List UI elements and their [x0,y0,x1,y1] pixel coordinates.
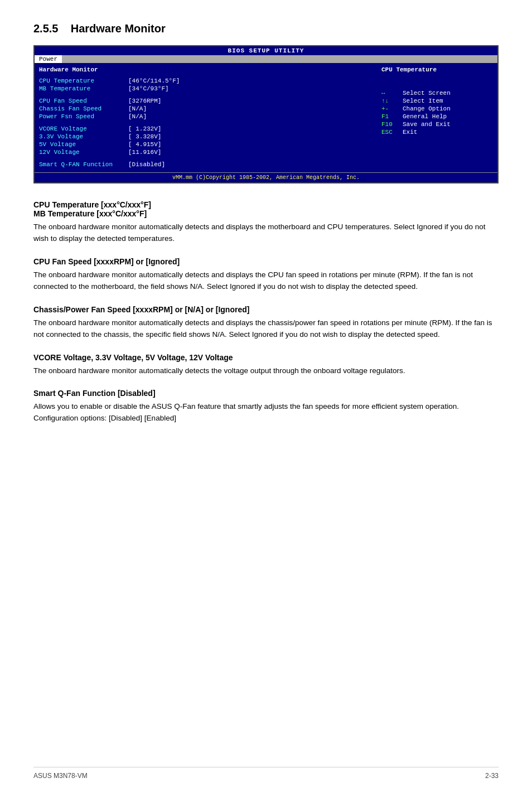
doc-cpu-fan-text: The onboard hardware monitor automatical… [33,269,499,293]
bios-5v-label: 5V Voltage [39,141,128,148]
bios-desc-save-exit: Save and Exit [403,121,451,128]
doc-chassis-fan-heading: Chassis/Power Fan Speed [xxxxRPM] or [N/… [33,305,499,314]
bios-help-esc: ESC Exit [381,129,493,136]
bios-smartfan-label: Smart Q-FAN Function [39,161,128,168]
bios-tab-power[interactable]: Power [35,55,62,63]
bios-chassis-fan-label: Chassis Fan Speed [39,105,128,112]
page-footer: ASUS M3N78-VM 2-33 [33,767,499,780]
doc-smart-fan-text: Allows you to enable or disable the ASUS… [33,401,499,424]
bios-33v-label: 3.3V Voltage [39,133,128,140]
bios-cpu-temp-value: [46°C/114.5°F] [128,78,180,84]
bios-key-updown: ↑↓ [381,98,398,104]
bios-power-fan-item: Power Fsn Speed [N/A] [39,113,376,120]
bios-right-title: CPU Temperature [381,66,493,73]
bios-help-updown: ↑↓ Select Item [381,98,493,104]
bios-key-f1: F1 [381,113,398,120]
bios-vcore-value: [ 1.232V] [128,125,161,132]
bios-right-panel: CPU Temperature ↔ Select Screen ↑↓ Selec… [381,66,493,169]
bios-body: Hardware Monitor CPU Temperature [46°C/1… [35,63,497,172]
bios-section-label: Hardware Monitor [39,66,376,73]
bios-screen: BIOS SETUP UTILITY Power Hardware Monito… [33,45,499,183]
bios-help-plusminus: +- Change Option [381,105,493,112]
bios-desc-exit: Exit [403,129,417,136]
bios-help-section: ↔ Select Screen ↑↓ Select Item +- Change… [381,90,493,136]
doc-cpu-fan-heading: CPU Fan Speed [xxxxRPM] or [Ignored] [33,257,499,266]
section-number: 2.5.5 [33,22,58,35]
doc-cpu-fan-section: CPU Fan Speed [xxxxRPM] or [Ignored] The… [33,257,499,293]
doc-voltage-heading: VCORE Voltage, 3.3V Voltage, 5V Voltage,… [33,353,499,362]
bios-smartfan-value: [Disabled] [128,161,165,168]
bios-cpu-temp-item: CPU Temperature [46°C/114.5°F] [39,78,376,84]
doc-smart-fan-heading: Smart Q-Fan Function [Disabled] [33,389,499,398]
doc-voltage-text: The onboard hardware monitor automatical… [33,365,499,377]
bios-mb-temp-label: MB Temperature [39,85,128,92]
doc-cpu-temp-heading: CPU Temperature [xxx°C/xxx°F]MB Temperat… [33,200,499,218]
bios-desc-general-help: General Help [403,113,447,120]
doc-chassis-fan-section: Chassis/Power Fan Speed [xxxxRPM] or [N/… [33,305,499,341]
section-title: 2.5.5 Hardware Monitor [33,22,499,35]
bios-vcore-item: VCORE Voltage [ 1.232V] [39,125,376,132]
bios-vcore-label: VCORE Voltage [39,125,128,132]
section-title-text: Hardware Monitor [71,22,166,35]
bios-33v-item: 3.3V Voltage [ 3.328V] [39,133,376,140]
bios-chassis-fan-value: [N/A] [128,105,147,112]
bios-left-panel: Hardware Monitor CPU Temperature [46°C/1… [39,66,376,169]
footer-left: ASUS M3N78-VM [33,772,88,780]
doc-chassis-fan-text: The onboard hardware monitor automatical… [33,317,499,341]
bios-power-fan-label: Power Fsn Speed [39,113,128,120]
bios-12v-item: 12V Voltage [11.916V] [39,149,376,156]
bios-key-plusminus: +- [381,105,398,112]
bios-12v-value: [11.916V] [128,149,161,156]
bios-mb-temp-value: [34°C/93°F] [128,85,169,92]
footer-right: 2-33 [485,772,499,780]
bios-help-f1: F1 General Help [381,113,493,120]
bios-help-arrows: ↔ Select Screen [381,90,493,96]
doc-cpu-temp-text: The onboard hardware monitor automatical… [33,221,499,245]
bios-33v-value: [ 3.328V] [128,133,161,140]
bios-cpu-fan-label: CPU Fan Speed [39,98,128,104]
bios-tab-row: Power [35,55,497,63]
doc-smart-fan-section: Smart Q-Fan Function [Disabled] Allows y… [33,389,499,424]
bios-mb-temp-item: MB Temperature [34°C/93°F] [39,85,376,92]
bios-desc-select-screen: Select Screen [403,90,451,96]
bios-cpu-fan-item: CPU Fan Speed [3276RPM] [39,98,376,104]
bios-key-arrows: ↔ [381,90,398,96]
bios-chassis-fan-item: Chassis Fan Speed [N/A] [39,105,376,112]
bios-help-f10: F10 Save and Exit [381,121,493,128]
bios-header: BIOS SETUP UTILITY [35,46,497,55]
bios-key-f10: F10 [381,121,398,128]
doc-cpu-temp-section: CPU Temperature [xxx°C/xxx°F]MB Temperat… [33,200,499,245]
bios-cpu-fan-value: [3276RPM] [128,98,161,104]
doc-voltage-section: VCORE Voltage, 3.3V Voltage, 5V Voltage,… [33,353,499,377]
bios-5v-value: [ 4.915V] [128,141,161,148]
bios-12v-label: 12V Voltage [39,149,128,156]
bios-desc-change-option: Change Option [403,105,451,112]
bios-footer: vMM.mm (C)Copyright 1985-2002, American … [35,172,497,182]
bios-power-fan-value: [N/A] [128,113,147,120]
bios-key-esc: ESC [381,129,398,136]
bios-5v-item: 5V Voltage [ 4.915V] [39,141,376,148]
bios-smartfan-item: Smart Q-FAN Function [Disabled] [39,161,376,168]
bios-desc-select-item: Select Item [403,98,443,104]
bios-cpu-temp-label: CPU Temperature [39,78,128,84]
